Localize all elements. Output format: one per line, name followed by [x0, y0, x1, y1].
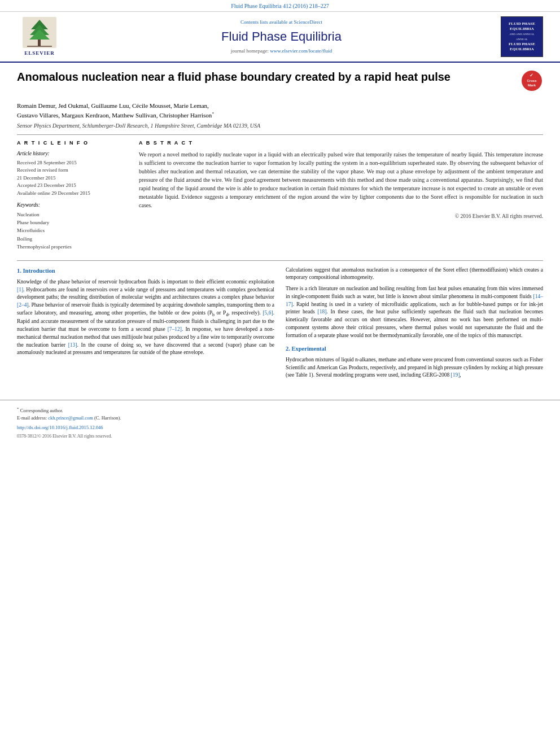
section-number: 1. [17, 268, 23, 274]
journal-cover-image: FLUID PHASEEQUILIBRIAAND AND ANNUAL ANNU… [501, 16, 543, 57]
journal-header: ELSEVIER Contents lists available at Sci… [0, 12, 560, 63]
journal-reference-text: Fluid Phase Equilibria 412 (2016) 218–22… [231, 3, 329, 9]
keyword-boiling: Boiling [17, 235, 130, 243]
doi-link[interactable]: http://dx.doi.org/10.1016/j.fluid.2015.1… [17, 425, 103, 431]
experimental-number: 2. [286, 346, 292, 352]
keyword-microfluidics: Microfluidics [17, 226, 130, 234]
contents-available-text: Contents lists available at ScienceDirec… [68, 19, 495, 26]
footer-copyright: 0378-3812/© 2016 Elsevier B.V. All right… [17, 433, 543, 439]
section-title-text: Introduction [23, 268, 55, 274]
received-revised-date: Received in revised form21 December 2015 [17, 167, 130, 182]
right-content-col: Calculations suggest that anomalous nucl… [286, 267, 543, 383]
crossmark-badge: ✓CrossMark [520, 69, 543, 92]
intro-para-literature: There is a rich literature on nucleation… [286, 285, 543, 339]
corresponding-author-note: * Corresponding author. E-mail address: … [17, 406, 543, 421]
abstract-text: We report a novel method to rapidly nucl… [139, 150, 543, 209]
journal-title-block: Contents lists available at ScienceDirec… [68, 19, 495, 55]
separator [17, 134, 543, 135]
keyword-phase-boundary: Phase boundary [17, 219, 130, 226]
authors-text: Romain Demur, Jed Oukmal, Guillaume Luu,… [17, 102, 214, 119]
copyright-text: © 2016 Elsevier B.V. All rights reserved… [139, 213, 543, 220]
introduction-heading: 1. Introduction [17, 267, 274, 275]
email-label: E-mail address: [17, 415, 48, 421]
intro-para-soret: Calculations suggest that anomalous nucl… [286, 267, 543, 282]
available-online-date: Available online 29 December 2015 [17, 190, 130, 198]
abstract-col: A B S T R A C T We report a novel method… [139, 139, 543, 251]
journal-main-title: Fluid Phase Equilibria [68, 28, 495, 46]
experimental-title-text: Experimental [292, 346, 326, 352]
cover-title-text: FLUID PHASEEQUILIBRIAAND AND ANNUAL ANNU… [504, 21, 540, 53]
keywords-section: Keywords: Nucleation Phase boundary Micr… [17, 202, 130, 251]
sciencedirect-link[interactable]: ScienceDirect [294, 19, 322, 25]
crossmark-icon: ✓CrossMark [522, 71, 542, 91]
homepage-link[interactable]: www.elsevier.com/locate/fluid [270, 48, 332, 54]
abstract-header: A B S T R A C T [139, 139, 543, 147]
article-body: Anomalous nucleation near a fluid phase … [0, 63, 560, 394]
author-name-note: (C. Harrison). [94, 415, 121, 421]
elsevier-brand-label: ELSEVIER [24, 50, 55, 57]
accepted-date: Accepted 23 December 2015 [17, 182, 130, 190]
experimental-para-1: Hydrocarbon mixtures of liquid n-alkanes… [286, 356, 543, 379]
elsevier-tree-icon [23, 17, 56, 48]
footer-links: http://dx.doi.org/10.1016/j.fluid.2015.1… [17, 425, 543, 431]
journal-homepage: journal homepage: www.elsevier.com/locat… [68, 47, 495, 55]
keyword-nucleation: Nucleation [17, 211, 130, 219]
article-info-header: A R T I C L E I N F O [17, 139, 130, 147]
left-content-col: 1. Introduction Knowledge of the phase b… [17, 267, 274, 383]
svg-rect-1 [38, 40, 41, 46]
experimental-heading: 2. Experimental [286, 344, 543, 353]
article-title: Anomalous nucleation near a fluid phase … [17, 69, 514, 84]
main-article-content: 1. Introduction Knowledge of the phase b… [17, 260, 543, 383]
authors-list: Romain Demur, Jed Oukmal, Guillaume Luu,… [17, 101, 543, 120]
info-abstract-section: A R T I C L E I N F O Article history: R… [17, 139, 543, 251]
keyword-thermophysical: Thermophysical properties [17, 243, 130, 251]
intro-para-1: Knowledge of the phase behavior of reser… [17, 278, 274, 357]
elsevier-logo: ELSEVIER [17, 17, 62, 57]
article-footer: * Corresponding author. E-mail address: … [0, 400, 560, 443]
received-date: Received 28 September 2015 [17, 159, 130, 167]
history-label: Article history: [17, 150, 130, 158]
article-info-col: A R T I C L E I N F O Article history: R… [17, 139, 130, 251]
article-title-section: Anomalous nucleation near a fluid phase … [17, 69, 543, 95]
journal-reference-bar: Fluid Phase Equilibria 412 (2016) 218–22… [0, 0, 560, 12]
author-email[interactable]: ckh.prince@gmail.com [48, 415, 93, 421]
keywords-label: Keywords: [17, 202, 130, 209]
affiliation-text: Sensor Physics Department, Schlumberger-… [17, 122, 543, 130]
